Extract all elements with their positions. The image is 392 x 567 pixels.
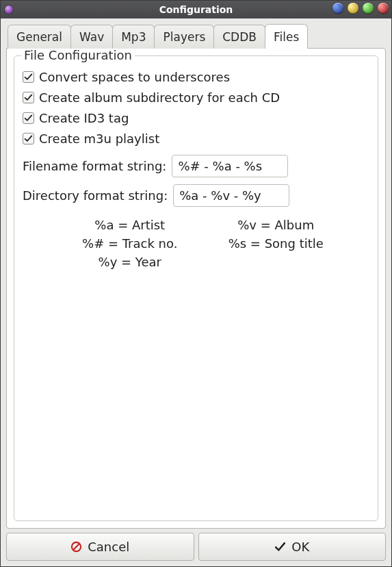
option-label: Create album subdirectory for each CD [39,90,280,105]
cancel-icon [70,541,82,553]
option-label: Convert spaces to underscores [39,70,230,84]
window: Configuration General Wav Mp3 Players CD… [0,0,392,567]
legend-album: %v = Album [203,218,350,232]
maximize-button[interactable] [363,3,374,14]
option-album-subdir[interactable]: Create album subdirectory for each CD [23,88,369,108]
checkbox-icon [23,92,34,103]
tab-players[interactable]: Players [154,25,214,49]
shade-button[interactable] [348,3,358,14]
client-area: General Wav Mp3 Players CDDB Files File … [1,18,391,566]
legend-empty [203,255,350,269]
directory-format-label: Directory format string: [23,188,168,203]
cancel-label: Cancel [88,540,129,554]
file-configuration-group: File Configuration Convert spaces to und… [14,55,378,521]
ok-button[interactable]: OK [198,533,387,561]
group-legend: File Configuration [21,48,135,62]
checkbox-icon [23,112,34,124]
checkbox-icon [23,133,34,144]
ok-icon [274,541,286,553]
tab-files[interactable]: Files [265,24,308,48]
legend-artist: %a = Artist [57,218,203,232]
legend-track: %# = Track no. [57,236,203,251]
legend-song: %s = Song title [203,236,350,251]
tab-general[interactable]: General [8,25,71,49]
legend-year: %y = Year [57,255,203,269]
tab-bar: General Wav Mp3 Players CDDB Files [6,24,386,48]
directory-format-input[interactable] [173,184,289,207]
option-id3-tag[interactable]: Create ID3 tag [23,108,369,129]
check-icon [24,134,33,143]
titlebar: Configuration [1,1,391,18]
cancel-button[interactable]: Cancel [6,533,194,561]
filename-format-input[interactable] [172,155,288,177]
format-legend: %a = Artist %v = Album %# = Track no. %s… [23,218,369,269]
checkbox-icon [23,71,34,83]
check-icon [24,114,33,123]
directory-format-row: Directory format string: [23,179,369,208]
tab-mp3[interactable]: Mp3 [112,25,155,49]
option-m3u-playlist[interactable]: Create m3u playlist [23,129,369,149]
check-icon [24,73,33,81]
check-icon [24,93,33,102]
option-label: Create ID3 tag [39,111,129,125]
tab-cddb[interactable]: CDDB [213,25,265,49]
window-controls [332,3,389,14]
tab-page-files: File Configuration Convert spaces to und… [6,48,386,529]
filename-format-label: Filename format string: [23,159,166,173]
filename-format-row: Filename format string: [23,149,369,179]
ok-label: OK [291,540,309,554]
minimize-button[interactable] [332,3,343,14]
dialog-buttons: Cancel OK [6,529,386,561]
option-convert-spaces[interactable]: Convert spaces to underscores [23,67,369,88]
option-label: Create m3u playlist [39,131,159,146]
tab-wav[interactable]: Wav [70,25,113,49]
svg-line-1 [74,544,79,549]
close-button[interactable] [378,3,389,14]
